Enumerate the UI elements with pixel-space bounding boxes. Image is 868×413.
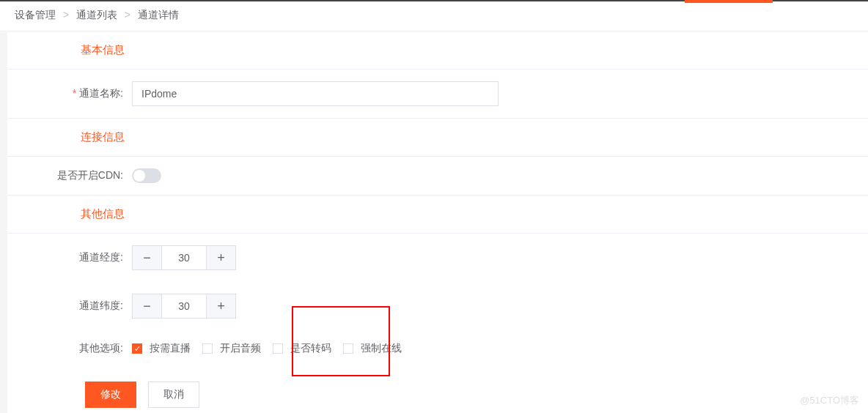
other-options-label: 其他选项:: [7, 342, 132, 355]
breadcrumb-item-device[interactable]: 设备管理: [15, 9, 56, 21]
longitude-label: 通道经度:: [7, 251, 132, 264]
row-channel-name: *通道名称:: [7, 70, 868, 119]
longitude-input[interactable]: [162, 246, 206, 269]
latitude-stepper: − +: [132, 294, 236, 319]
required-asterisk: *: [73, 87, 76, 99]
section-title-other: 其他信息: [7, 196, 868, 234]
other-options-group: ✓ 按需直播 开启音频 是否转码 强制在线: [132, 342, 402, 355]
checkbox-transcode[interactable]: [273, 343, 283, 354]
section-title-connection: 连接信息: [7, 119, 868, 157]
checkbox-transcode-label: 是否转码: [290, 342, 331, 355]
breadcrumb-item-channel-detail: 通道详情: [138, 9, 179, 21]
channel-name-input[interactable]: [132, 81, 499, 106]
submit-button[interactable]: 修改: [85, 382, 136, 408]
row-longitude: 通道经度: − +: [7, 234, 868, 282]
checkbox-forceonline[interactable]: [343, 343, 353, 354]
cdn-switch[interactable]: [132, 168, 161, 183]
longitude-plus-button[interactable]: +: [206, 246, 235, 269]
longitude-stepper: − +: [132, 245, 236, 270]
latitude-input[interactable]: [162, 294, 206, 318]
chevron-right-icon: >: [63, 9, 69, 21]
checkbox-audio-label: 开启音频: [220, 342, 261, 355]
left-gutter: [0, 32, 7, 413]
cancel-button[interactable]: 取消: [148, 382, 199, 408]
button-row: 修改 取消: [7, 367, 868, 413]
section-title-basic: 基本信息: [7, 31, 868, 70]
checkbox-forceonline-label: 强制在线: [361, 342, 402, 355]
longitude-minus-button[interactable]: −: [133, 246, 162, 269]
channel-name-label: *通道名称:: [7, 87, 132, 100]
row-cdn: 是否开启CDN:: [7, 157, 868, 196]
active-tab-indicator: [685, 0, 773, 3]
checkbox-audio[interactable]: [202, 343, 213, 354]
row-latitude: 通道纬度: − +: [7, 282, 868, 330]
checkbox-ondemand[interactable]: ✓: [132, 343, 142, 354]
latitude-label: 通道纬度:: [7, 299, 132, 313]
breadcrumb-item-channel-list[interactable]: 通道列表: [76, 9, 117, 21]
breadcrumb: 设备管理 > 通道列表 > 通道详情: [0, 0, 868, 31]
latitude-plus-button[interactable]: +: [206, 294, 235, 318]
switch-knob: [133, 170, 145, 182]
row-other-options: 其他选项: ✓ 按需直播 开启音频 是否转码 强制在线: [7, 330, 868, 367]
checkbox-ondemand-label: 按需直播: [150, 342, 191, 355]
latitude-minus-button[interactable]: −: [133, 294, 162, 318]
chevron-right-icon: >: [125, 9, 130, 21]
cdn-label: 是否开启CDN:: [7, 169, 132, 182]
watermark: @51CTO博客: [800, 394, 859, 407]
